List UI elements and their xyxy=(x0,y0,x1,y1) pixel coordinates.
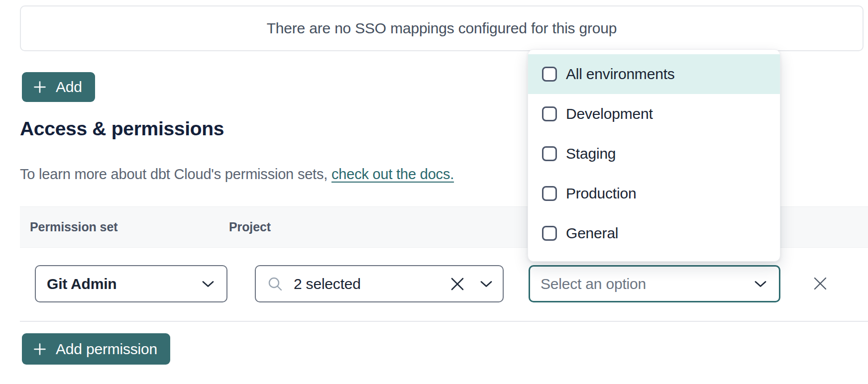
checkbox-unchecked-icon[interactable] xyxy=(542,146,557,161)
environment-select[interactable]: Select an option xyxy=(529,265,780,302)
docs-description: To learn more about dbt Cloud's permissi… xyxy=(20,166,454,183)
column-header-project: Project xyxy=(229,207,271,247)
chevron-down-icon xyxy=(480,280,493,288)
menu-item-label: Production xyxy=(566,185,636,202)
checkbox-unchecked-icon[interactable] xyxy=(542,106,557,121)
add-sso-mapping-button[interactable]: Add xyxy=(22,72,95,102)
docs-link[interactable]: check out the docs. xyxy=(331,166,454,182)
permission-set-value: Git Admin xyxy=(47,276,116,292)
permission-set-select[interactable]: Git Admin xyxy=(35,265,227,302)
section-title: Access & permissions xyxy=(20,118,224,140)
menu-item-label: Development xyxy=(566,105,653,122)
menu-item-development[interactable]: Development xyxy=(528,94,780,134)
docs-description-text: To learn more about dbt Cloud's permissi… xyxy=(20,166,331,182)
checkbox-unchecked-icon[interactable] xyxy=(542,226,557,241)
project-select[interactable]: 2 selected xyxy=(255,265,504,302)
add-permission-button[interactable]: Add permission xyxy=(22,333,170,365)
sso-empty-message: There are no SSO mappings configured for… xyxy=(267,20,617,37)
remove-x-icon xyxy=(812,276,828,291)
column-header-permission-set: Permission set xyxy=(30,207,117,247)
search-icon xyxy=(267,276,284,292)
checkbox-unchecked-icon[interactable] xyxy=(542,186,557,201)
menu-item-label: All environments xyxy=(566,66,675,83)
clear-x-icon xyxy=(450,277,465,291)
menu-item-general[interactable]: General xyxy=(528,213,780,253)
group-settings-page: There are no SSO mappings configured for… xyxy=(0,0,868,384)
project-select-value: 2 selected xyxy=(294,276,361,292)
menu-item-production[interactable]: Production xyxy=(528,174,780,213)
add-permission-button-label: Add permission xyxy=(56,341,157,358)
table-row-divider xyxy=(20,321,868,322)
menu-item-label: General xyxy=(566,225,618,242)
sso-mappings-empty-state: There are no SSO mappings configured for… xyxy=(20,5,864,51)
plus-icon xyxy=(33,342,47,356)
menu-item-label: Staging xyxy=(566,145,616,162)
menu-item-all-environments[interactable]: All environments xyxy=(528,54,780,94)
menu-item-staging[interactable]: Staging xyxy=(528,134,780,174)
clear-project-selection-button[interactable] xyxy=(450,277,465,291)
chevron-down-icon xyxy=(202,280,215,288)
remove-permission-row-button[interactable] xyxy=(811,275,829,292)
plus-icon xyxy=(33,80,47,94)
environment-dropdown-menu: All environments Development Staging Pro… xyxy=(528,49,780,262)
environment-select-placeholder: Select an option xyxy=(541,276,646,292)
checkbox-unchecked-icon[interactable] xyxy=(542,67,557,82)
chevron-down-icon xyxy=(754,280,767,288)
add-button-label: Add xyxy=(56,79,82,96)
